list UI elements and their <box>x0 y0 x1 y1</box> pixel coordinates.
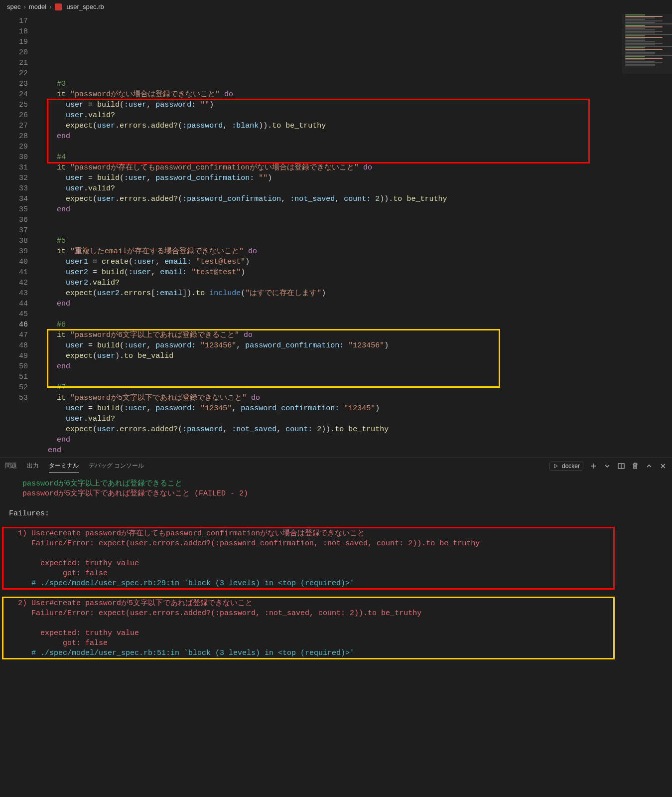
line-number: 25 <box>0 100 28 110</box>
code-line[interactable]: user = build(:user, password_confirmatio… <box>39 173 672 183</box>
app-root: spec › model › user_spec.rb 171819202122… <box>0 0 672 713</box>
breadcrumb[interactable]: spec › model › user_spec.rb <box>0 0 672 14</box>
line-number: 17 <box>0 16 28 26</box>
breadcrumb-seg-model[interactable]: model <box>29 3 46 10</box>
line-number: 36 <box>0 215 28 225</box>
code-line[interactable]: user2 = build(:user, email: "test@test") <box>39 267 672 278</box>
code-line[interactable]: #6 <box>39 319 672 330</box>
code-line[interactable]: expect(user.errors.added?(:password_conf… <box>39 194 672 204</box>
line-number: 50 <box>0 361 28 372</box>
tab-output[interactable]: 出力 <box>27 459 39 473</box>
line-number: 33 <box>0 183 28 194</box>
minimap-viewport[interactable] <box>622 14 672 74</box>
code-line[interactable]: it "passwordがない場合は登録できないこと" do <box>39 89 672 100</box>
code-line[interactable]: it "重複したemailが存在する場合登録できないこと" do <box>39 246 672 257</box>
panel-tabs: 問題 出力 ターミナル デバッグ コンソール docker <box>0 458 672 474</box>
code-line[interactable]: user.valid? <box>39 183 672 194</box>
line-number: 31 <box>0 162 28 173</box>
line-number: 51 <box>0 372 28 382</box>
close-panel-icon[interactable] <box>659 462 667 470</box>
line-number: 43 <box>0 288 28 299</box>
new-terminal-icon[interactable] <box>589 462 597 470</box>
code-line[interactable]: #4 <box>39 152 672 162</box>
code-line[interactable]: #7 <box>39 382 672 393</box>
tab-problems[interactable]: 問題 <box>5 459 17 473</box>
code-line[interactable]: end <box>39 361 672 372</box>
split-terminal-icon[interactable] <box>617 462 625 470</box>
code-line[interactable]: end <box>39 435 672 445</box>
code-line[interactable] <box>39 372 672 382</box>
line-number: 26 <box>0 110 28 121</box>
code-line[interactable]: expect(user).to be_valid <box>39 351 672 361</box>
line-number: 53 <box>0 393 28 403</box>
trash-icon[interactable] <box>631 462 639 470</box>
code-line[interactable] <box>39 309 672 319</box>
code-line[interactable]: user.valid? <box>39 414 672 424</box>
code-line[interactable]: it "passwordが6文字以上であれば登録できること" do <box>39 330 672 340</box>
line-number: 23 <box>0 79 28 89</box>
tab-terminal[interactable]: ターミナル <box>49 459 79 473</box>
line-number: 21 <box>0 58 28 68</box>
line-number: 48 <box>0 340 28 351</box>
tab-debug-console[interactable]: デバッグ コンソール <box>89 459 144 473</box>
line-number: 41 <box>0 267 28 278</box>
code-line[interactable] <box>39 215 672 225</box>
minimap[interactable] <box>622 14 672 458</box>
line-number: 38 <box>0 236 28 246</box>
code-line[interactable]: end <box>39 204 672 215</box>
code-line[interactable]: expect(user2.errors[:email]).to include(… <box>39 288 672 299</box>
line-number: 47 <box>0 330 28 340</box>
line-number: 44 <box>0 299 28 309</box>
line-number: 37 <box>0 225 28 236</box>
line-number: 28 <box>0 131 28 142</box>
breadcrumb-seg-file[interactable]: user_spec.rb <box>67 3 104 10</box>
line-number: 29 <box>0 142 28 152</box>
line-number: 18 <box>0 26 28 37</box>
line-number-gutter: 1718192021222324252627282930313233343536… <box>0 14 37 458</box>
terminal-output[interactable]: passwordが6文字以上であれば登録できること passwordが5文字以下… <box>0 474 672 713</box>
line-number: 46 <box>0 319 28 330</box>
line-number: 22 <box>0 68 28 79</box>
line-number: 24 <box>0 89 28 100</box>
line-number: 35 <box>0 204 28 215</box>
bottom-panel: 問題 出力 ターミナル デバッグ コンソール docker <box>0 458 672 713</box>
code-line[interactable]: user = build(:user, password: "") <box>39 100 672 110</box>
chevron-up-icon[interactable] <box>645 462 653 470</box>
line-number: 32 <box>0 173 28 183</box>
code-line[interactable] <box>39 225 672 236</box>
code-line[interactable]: end <box>39 131 672 142</box>
chevron-down-icon[interactable] <box>603 462 611 470</box>
code-line[interactable]: it "passwordが5文字以下であれば登録できないこと" do <box>39 393 672 403</box>
code-line[interactable]: end <box>39 445 672 456</box>
line-number: 19 <box>0 37 28 47</box>
line-number: 40 <box>0 257 28 267</box>
code-line[interactable]: expect(user.errors.added?(:password, :no… <box>39 424 672 435</box>
code-line[interactable]: user1 = create(:user, email: "test@test"… <box>39 257 672 267</box>
breadcrumb-chevron-icon: › <box>49 3 51 10</box>
line-number: 52 <box>0 382 28 393</box>
code-line[interactable]: #3 <box>39 79 672 89</box>
line-number: 20 <box>0 47 28 58</box>
ruby-file-icon <box>55 3 62 10</box>
code-line[interactable]: user2.valid? <box>39 278 672 288</box>
code-line[interactable]: user.valid? <box>39 110 672 121</box>
code-line[interactable]: user = build(:user, password: "12345", p… <box>39 403 672 414</box>
svg-marker-0 <box>554 464 557 468</box>
code-area[interactable]: #3 it "passwordがない場合は登録できないこと" do user =… <box>37 14 672 458</box>
code-line[interactable]: user = build(:user, password: "123456", … <box>39 340 672 351</box>
breadcrumb-seg-spec[interactable]: spec <box>7 3 20 10</box>
terminal-shell-selector[interactable]: docker <box>549 462 583 471</box>
breadcrumb-chevron-icon: › <box>23 3 25 10</box>
code-line[interactable]: #5 <box>39 236 672 246</box>
code-line[interactable] <box>39 142 672 152</box>
code-line[interactable] <box>39 68 672 79</box>
code-line[interactable]: end <box>39 299 672 309</box>
code-editor[interactable]: 1718192021222324252627282930313233343536… <box>0 14 672 458</box>
line-number: 27 <box>0 121 28 131</box>
code-line[interactable]: it "passwordが存在してもpassword_confirmationが… <box>39 162 672 173</box>
code-line[interactable]: expect(user.errors.added?(:password, :bl… <box>39 121 672 131</box>
line-number: 49 <box>0 351 28 361</box>
terminal-shell-label: docker <box>562 463 580 470</box>
line-number: 39 <box>0 246 28 257</box>
play-icon <box>553 463 559 469</box>
